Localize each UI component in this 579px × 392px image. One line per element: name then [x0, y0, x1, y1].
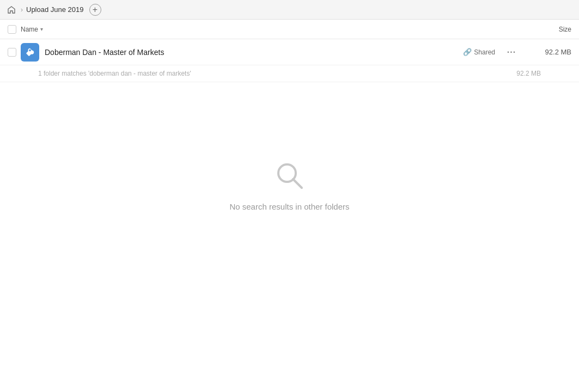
- more-options-button[interactable]: ···: [504, 45, 519, 60]
- row-checkbox[interactable]: [8, 48, 21, 57]
- shared-badge: 🔗 Shared: [463, 48, 495, 56]
- home-button[interactable]: [5, 4, 17, 16]
- match-info-row: 92.2 MB 1 folder matches 'doberman dan -…: [0, 65, 579, 82]
- empty-state-message: No search results in other folders: [229, 202, 349, 211]
- match-info-text: 1 folder matches 'doberman dan - master …: [38, 70, 191, 77]
- svg-line-1: [293, 179, 302, 188]
- empty-state: No search results in other folders: [0, 158, 579, 211]
- header-bar: › Upload June 2019 +: [0, 0, 579, 20]
- shared-label: Shared: [474, 48, 495, 56]
- link-icon: 🔗: [463, 48, 472, 56]
- file-row[interactable]: Doberman Dan - Master of Markets 🔗 Share…: [0, 39, 579, 65]
- select-all-checkbox[interactable]: [8, 25, 21, 34]
- name-column-header[interactable]: Name ▾: [21, 26, 528, 33]
- breadcrumb-title: Upload June 2019: [26, 5, 84, 14]
- checkbox-icon: [8, 25, 16, 34]
- empty-search-icon: [272, 158, 307, 193]
- checkbox-icon: [8, 48, 16, 57]
- column-headers: Name ▾ Size: [0, 20, 579, 39]
- file-size: 92.2 MB: [528, 48, 571, 56]
- file-icon: [21, 43, 39, 62]
- match-size: 92.2 MB: [516, 70, 541, 77]
- sort-icon: ▾: [40, 26, 43, 32]
- file-name: Doberman Dan - Master of Markets: [45, 48, 463, 57]
- add-button[interactable]: +: [89, 4, 101, 16]
- breadcrumb-separator: ›: [21, 6, 23, 14]
- size-column-header: Size: [528, 26, 571, 33]
